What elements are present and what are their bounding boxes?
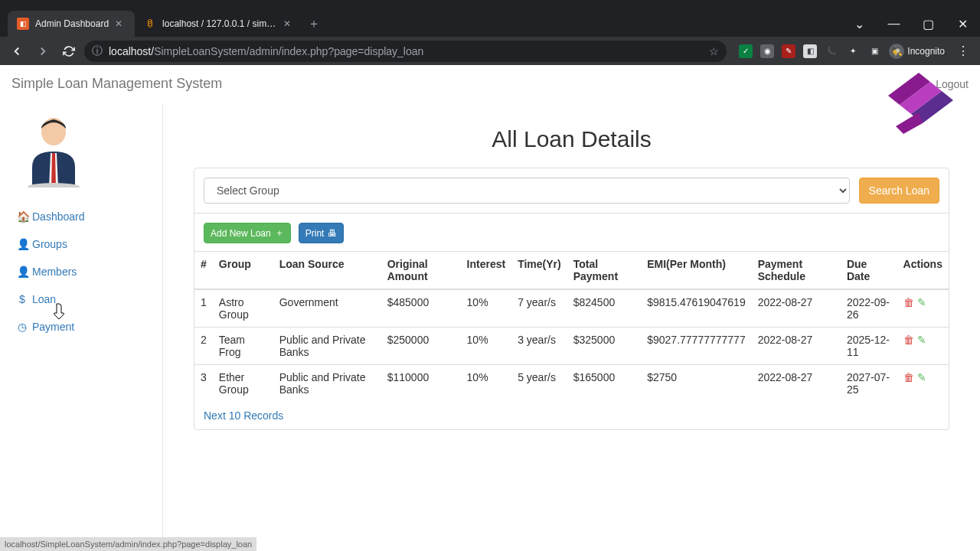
table-cell: 2025-12-11 xyxy=(841,328,897,365)
edit-icon[interactable]: ✎ xyxy=(917,296,928,307)
user-icon: 👤 xyxy=(17,238,28,250)
page-title: All Loan Details xyxy=(194,126,949,152)
home-icon: 🏠 xyxy=(17,210,28,223)
address-bar[interactable]: ⓘ localhost/SimpleLoanSystem/admin/index… xyxy=(84,41,727,62)
avatar-icon xyxy=(23,115,84,187)
table-cell: Public and Private Banks xyxy=(273,328,381,365)
table-row: 2Team FrogPublic and Private Banks$25000… xyxy=(194,328,949,365)
main-content: All Loan Details Select Group Search Loa… xyxy=(163,103,980,551)
sidebar-item-label: Groups xyxy=(32,238,67,250)
plus-icon: ＋ xyxy=(275,227,284,240)
maximize-button[interactable]: ▢ xyxy=(911,12,946,35)
extension-icon[interactable]: ◉ xyxy=(760,44,774,58)
table-cell: $110000 xyxy=(381,365,461,403)
table-cell: Astro Group xyxy=(213,289,273,328)
app-navbar: Simple Loan Management System Logout xyxy=(0,65,980,103)
table-cell: 3 year/s xyxy=(511,328,567,365)
tab-favicon-icon: 🛢 xyxy=(144,18,156,30)
chevron-down-icon[interactable]: ⌄ xyxy=(842,12,877,35)
table-header: Loan Source xyxy=(273,252,381,290)
extensions-puzzle-icon[interactable]: ✦ xyxy=(846,44,860,58)
sidebar-item-loan[interactable]: $Loan xyxy=(17,293,145,305)
browser-tab-2[interactable]: 🛢 localhost / 127.0.0.1 / simpleloa ✕ xyxy=(135,11,303,37)
table-cell: $250000 xyxy=(381,328,461,365)
table-cell: Government xyxy=(273,289,381,328)
add-new-loan-button[interactable]: Add New Loan ＋ xyxy=(204,223,291,243)
status-bar: localhost/SimpleLoanSystem/admin/index.p… xyxy=(0,537,256,551)
sidebar: 🏠Dashboard 👤Groups 👤Members $Loan ◷Payme… xyxy=(0,103,163,551)
table-header: Time(Yr) xyxy=(511,252,567,290)
logout-link[interactable]: Logout xyxy=(936,78,969,90)
extension-icon[interactable]: ▣ xyxy=(867,44,881,58)
table-header: # xyxy=(194,252,213,290)
table-cell: $9027.77777777777 xyxy=(641,328,751,365)
table-cell: $485000 xyxy=(381,289,461,328)
back-button[interactable] xyxy=(6,41,28,62)
close-icon[interactable]: ✕ xyxy=(115,18,126,29)
table-cell: $824500 xyxy=(567,289,642,328)
table-header: Interest xyxy=(461,252,512,290)
sidebar-item-label: Loan xyxy=(32,293,56,305)
table-cell: 5 year/s xyxy=(511,365,567,403)
table-cell: 7 year/s xyxy=(511,289,567,328)
tab-favicon-icon: ◧ xyxy=(17,18,29,30)
avatar xyxy=(15,115,147,187)
table-header: Actions xyxy=(897,252,949,290)
print-button[interactable]: Print 🖶 xyxy=(299,223,345,243)
close-window-button[interactable]: ✕ xyxy=(946,12,980,35)
sidebar-item-groups[interactable]: 👤Groups xyxy=(17,238,145,250)
table-cell: Team Frog xyxy=(213,328,273,365)
sidebar-item-dashboard[interactable]: 🏠Dashboard xyxy=(17,210,145,223)
print-icon: 🖶 xyxy=(328,228,337,239)
browser-tab-1[interactable]: ◧ Admin Dashboard ✕ xyxy=(8,11,135,37)
delete-icon[interactable]: 🗑 xyxy=(903,371,914,382)
loans-table: #GroupLoan SourceOriginal AmountInterest… xyxy=(194,251,949,402)
search-loan-button[interactable]: Search Loan xyxy=(859,178,939,204)
tab-title: localhost / 127.0.0.1 / simpleloa xyxy=(162,18,277,29)
table-cell: 2022-08-27 xyxy=(752,289,841,328)
extension-icon[interactable]: ◧ xyxy=(803,44,817,58)
extension-icon[interactable]: 📞 xyxy=(825,44,838,58)
clock-icon: ◷ xyxy=(17,321,28,333)
delete-icon[interactable]: 🗑 xyxy=(903,296,914,307)
bookmark-star-icon[interactable]: ☆ xyxy=(709,45,719,57)
next-records-link[interactable]: Next 10 Records xyxy=(194,402,949,429)
browser-tab-strip: ◧ Admin Dashboard ✕ 🛢 localhost / 127.0.… xyxy=(0,0,980,37)
edit-icon[interactable]: ✎ xyxy=(917,334,928,344)
table-cell: $9815.47619047619 xyxy=(641,289,751,328)
table-header: Due Date xyxy=(841,252,897,290)
extension-icon[interactable]: ✎ xyxy=(782,44,795,58)
reload-button[interactable] xyxy=(58,41,80,62)
table-cell: 10% xyxy=(461,328,512,365)
page-body: Simple Loan Management System Logout 🏠Da… xyxy=(0,65,980,551)
table-cell: 2027-07-25 xyxy=(841,365,897,403)
edit-icon[interactable]: ✎ xyxy=(917,371,928,382)
delete-icon[interactable]: 🗑 xyxy=(903,334,914,344)
new-tab-button[interactable]: ＋ xyxy=(303,11,325,37)
close-icon[interactable]: ✕ xyxy=(283,18,294,29)
app-brand: Simple Loan Management System xyxy=(11,76,222,92)
table-cell: Public and Private Banks xyxy=(273,365,381,403)
url-host: localhost/ xyxy=(109,45,154,57)
sidebar-item-members[interactable]: 👤Members xyxy=(17,266,145,278)
table-header: Group xyxy=(213,252,273,290)
table-cell: 2 xyxy=(194,328,213,365)
sidebar-item-label: Payment xyxy=(32,321,74,333)
table-cell: 2022-08-27 xyxy=(752,365,841,403)
group-select[interactable]: Select Group xyxy=(204,178,850,204)
extension-icons: ✓ ◉ ✎ ◧ 📞 ✦ ▣ 🕵 Incognito ⋮ xyxy=(731,41,974,62)
actions-cell: 🗑 ✎ xyxy=(897,365,949,403)
table-header: Payment Schedule xyxy=(752,252,841,290)
window-controls: ⌄ — ▢ ✕ xyxy=(842,11,980,37)
kebab-menu-icon[interactable]: ⋮ xyxy=(952,41,974,62)
table-cell: $2750 xyxy=(641,365,751,403)
sidebar-item-payment[interactable]: ◷Payment xyxy=(17,321,145,333)
loan-panel: Select Group Search Loan Add New Loan ＋ … xyxy=(194,168,949,430)
extension-icon[interactable]: ✓ xyxy=(739,44,753,58)
minimize-button[interactable]: — xyxy=(877,12,911,35)
actions-cell: 🗑 ✎ xyxy=(897,289,949,328)
forward-button[interactable] xyxy=(32,41,54,62)
table-cell: 1 xyxy=(194,289,213,328)
actions-cell: 🗑 ✎ xyxy=(897,328,949,365)
sidebar-item-label: Members xyxy=(32,266,77,278)
